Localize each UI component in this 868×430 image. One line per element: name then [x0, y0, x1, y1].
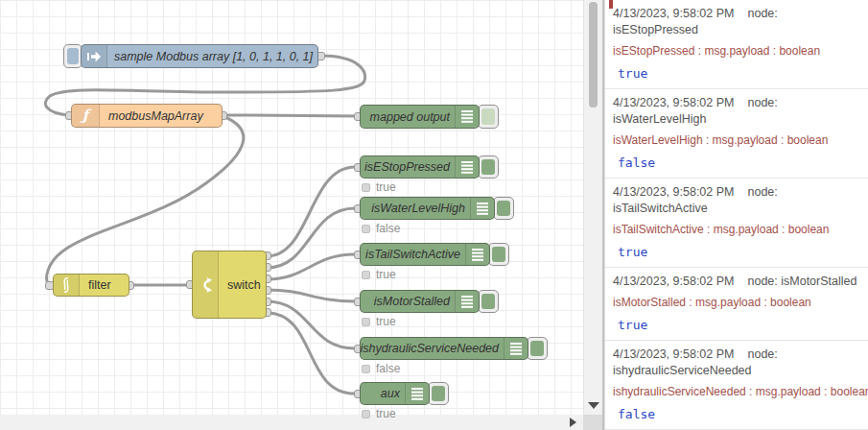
node-status: false [362, 362, 400, 375]
debug-message-timestamp: 4/13/2023, 9:58:02 PM [613, 96, 734, 109]
debug-toggle-fill [530, 341, 544, 356]
debug-message-meta: 4/13/2023, 9:58:02 PMnode: isEStopPresse… [613, 6, 860, 38]
debug-toggle-button[interactable] [478, 105, 499, 129]
debug-toggle-fill [432, 386, 445, 401]
debug-toggle-button[interactable] [478, 290, 499, 313]
debug-toggle-fill [481, 294, 495, 309]
debug-toggle-button[interactable] [493, 197, 514, 220]
debug-list-icon [465, 244, 489, 265]
debug-toggle-fill [497, 201, 510, 216]
debug-message-path: ishydraulicServiceNeeded : msg.payload :… [613, 385, 860, 399]
node-label: filter [54, 275, 129, 296]
debug-toggle-fill [481, 159, 495, 175]
node-isWaterLevelHigh[interactable]: isWaterLevelHigh [360, 197, 495, 220]
scrollbar-corner [583, 415, 602, 430]
partial-message-fragment [609, 0, 613, 9]
node-ishydraulicServiceNeeded[interactable]: ishydraulicServiceNeeded [360, 337, 528, 360]
debug-message-meta: 4/13/2023, 9:58:02 PMnode: ishydraulicSe… [613, 346, 860, 379]
scrollbar-thumb[interactable] [589, 2, 598, 108]
node-label: ishydraulicServiceNeeded [361, 338, 528, 359]
debug-message-path: isTailSwitchActive : msg.payload : boole… [613, 223, 860, 237]
status-icon [362, 318, 370, 326]
node-isEStopPressed[interactable]: isEStopPressed [360, 155, 480, 179]
node-isMotorStalled[interactable]: isMotorStalled [360, 290, 480, 313]
debug-message-meta: 4/13/2023, 9:58:02 PMnode: isTailSwitchA… [613, 184, 860, 217]
wire[interactable] [267, 290, 355, 301]
node-label: switch [193, 251, 266, 318]
node-status: true [362, 315, 396, 328]
debug-list-icon [455, 291, 479, 312]
debug-message-value: true [613, 318, 860, 332]
status-text: false [376, 222, 400, 235]
status-text: true [376, 315, 396, 328]
status-icon [362, 410, 370, 418]
flow-canvas[interactable]: sample Modbus array [1, 0, 1, 1, 0, 1] ƒ… [0, 0, 583, 415]
debug-message-value: true [613, 245, 860, 259]
status-icon [362, 225, 370, 233]
status-text: true [376, 407, 396, 420]
status-icon [362, 365, 370, 373]
node-status: true [362, 268, 396, 281]
debug-message-node: node: isMotorStalled [747, 275, 856, 288]
debug-list-icon [504, 338, 528, 359]
debug-list-icon [455, 106, 479, 128]
status-text: true [376, 268, 396, 281]
node-status: false [362, 222, 400, 235]
debug-message-value: false [613, 155, 860, 170]
node-switch[interactable]: switch [192, 251, 267, 319]
debug-toggle-button[interactable] [478, 155, 499, 179]
debug-message-timestamp: 4/13/2023, 9:58:02 PM [613, 185, 734, 199]
debug-message-path: isEStopPressed : msg.payload : boolean [613, 44, 860, 59]
debug-message-value: true [613, 66, 860, 81]
debug-list-icon [405, 383, 429, 404]
node-label: modbusMapArray [72, 105, 222, 127]
canvas-vertical-scrollbar[interactable] [583, 0, 602, 415]
inject-button[interactable] [63, 44, 82, 68]
debug-toggle-fill [481, 108, 495, 125]
node-aux[interactable]: aux [360, 382, 430, 405]
node-filter[interactable]: filter [53, 274, 129, 297]
debug-message-path: isMotorStalled : msg.payload : boolean [613, 296, 860, 310]
node-label: sample Modbus array [1, 0, 1, 1, 0, 1] [82, 45, 317, 67]
node-red-editor: sample Modbus array [1, 0, 1, 1, 0, 1] ƒ… [0, 0, 868, 430]
debug-message-timestamp: 4/13/2023, 9:58:02 PM [613, 347, 734, 361]
node-status: true [362, 407, 396, 420]
debug-toggle-button[interactable] [488, 243, 509, 266]
node-function[interactable]: ƒ modbusMapArray [71, 104, 223, 128]
debug-toggle-button[interactable] [527, 337, 548, 360]
scroll-down-icon[interactable] [588, 402, 599, 409]
debug-list-icon [455, 156, 479, 178]
scroll-right-icon[interactable] [570, 418, 576, 427]
debug-message: 4/13/2023, 9:58:02 PMnode: isWaterLevelH… [605, 89, 868, 179]
debug-list-icon [470, 198, 494, 219]
debug-message: 4/13/2023, 9:58:02 PMnode: ishydraulicSe… [605, 341, 868, 430]
debug-message-timestamp: 4/13/2023, 9:58:02 PM [613, 275, 734, 288]
inject-button-fill [67, 48, 79, 64]
node-mapped-output[interactable]: mapped output [360, 105, 480, 129]
debug-message: 4/13/2023, 9:58:02 PMnode: isEStopPresse… [605, 0, 868, 89]
status-text: false [376, 362, 400, 375]
debug-message-value: false [613, 407, 860, 421]
debug-toggle-fill [492, 247, 505, 262]
status-icon [362, 271, 370, 279]
debug-toggle-button[interactable] [428, 382, 449, 405]
wire[interactable] [267, 301, 355, 348]
status-icon [362, 183, 370, 192]
wire[interactable] [223, 115, 357, 116]
status-text: true [376, 180, 396, 194]
debug-message: 4/13/2023, 9:58:02 PMnode: isMotorStalle… [605, 268, 868, 341]
canvas-horizontal-scrollbar[interactable] [0, 415, 583, 430]
node-inject[interactable]: sample Modbus array [1, 0, 1, 1, 0, 1] [81, 44, 318, 68]
node-isTailSwitchActive[interactable]: isTailSwitchActive [360, 243, 490, 266]
wire[interactable] [267, 208, 355, 268]
debug-sidebar: 4/13/2023, 9:58:02 PMnode: isEStopPresse… [604, 0, 868, 430]
debug-message-path: isWaterLevelHigh : msg.payload : boolean [613, 133, 860, 148]
debug-message-meta: 4/13/2023, 9:58:02 PMnode: isWaterLevelH… [613, 95, 860, 128]
node-status: true [362, 180, 396, 194]
debug-message-timestamp: 4/13/2023, 9:58:02 PM [613, 7, 734, 20]
debug-message-meta: 4/13/2023, 9:58:02 PMnode: isMotorStalle… [613, 274, 860, 290]
debug-message: 4/13/2023, 9:58:02 PMnode: isTailSwitchA… [605, 179, 868, 268]
